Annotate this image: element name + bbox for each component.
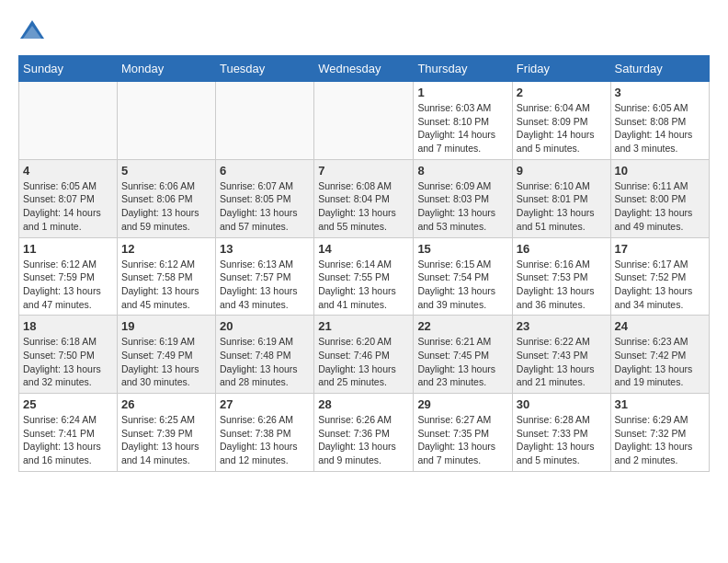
calendar-day-cell: 27Sunrise: 6:26 AM Sunset: 7:38 PM Dayli… bbox=[215, 394, 313, 472]
calendar-day-cell: 19Sunrise: 6:19 AM Sunset: 7:49 PM Dayli… bbox=[117, 316, 215, 394]
day-detail: Sunrise: 6:15 AM Sunset: 7:54 PM Dayligh… bbox=[417, 258, 507, 312]
weekday-header-row: SundayMondayTuesdayWednesdayThursdayFrid… bbox=[19, 56, 710, 82]
calendar-day-cell: 14Sunrise: 6:14 AM Sunset: 7:55 PM Dayli… bbox=[314, 237, 414, 316]
day-number: 4 bbox=[23, 164, 113, 178]
day-detail: Sunrise: 6:08 AM Sunset: 8:04 PM Dayligh… bbox=[318, 179, 409, 234]
day-detail: Sunrise: 6:04 AM Sunset: 8:09 PM Dayligh… bbox=[517, 101, 607, 155]
calendar-day-cell: 15Sunrise: 6:15 AM Sunset: 7:54 PM Dayli… bbox=[414, 237, 512, 316]
day-number: 18 bbox=[23, 319, 113, 333]
day-detail: Sunrise: 6:21 AM Sunset: 7:45 PM Dayligh… bbox=[417, 335, 507, 389]
day-number: 3 bbox=[615, 86, 705, 99]
day-detail: Sunrise: 6:23 AM Sunset: 7:42 PM Dayligh… bbox=[615, 335, 705, 389]
day-number: 13 bbox=[220, 242, 310, 256]
calendar-day-cell: 6Sunrise: 6:07 AM Sunset: 8:05 PM Daylig… bbox=[215, 159, 313, 237]
day-detail: Sunrise: 6:10 AM Sunset: 8:01 PM Dayligh… bbox=[517, 179, 607, 234]
day-detail: Sunrise: 6:18 AM Sunset: 7:50 PM Dayligh… bbox=[23, 335, 113, 389]
day-detail: Sunrise: 6:26 AM Sunset: 7:38 PM Dayligh… bbox=[220, 413, 310, 467]
day-number: 17 bbox=[615, 242, 705, 256]
day-detail: Sunrise: 6:25 AM Sunset: 7:39 PM Dayligh… bbox=[121, 413, 211, 467]
day-number: 1 bbox=[417, 86, 507, 99]
day-detail: Sunrise: 6:19 AM Sunset: 7:48 PM Dayligh… bbox=[220, 335, 310, 389]
weekday-header: Tuesday bbox=[215, 56, 313, 82]
day-number: 25 bbox=[23, 397, 113, 411]
calendar-day-cell bbox=[215, 82, 313, 160]
weekday-header: Saturday bbox=[610, 56, 709, 82]
day-number: 24 bbox=[615, 319, 705, 333]
day-number: 20 bbox=[220, 319, 310, 333]
calendar-day-cell: 12Sunrise: 6:12 AM Sunset: 7:58 PM Dayli… bbox=[117, 237, 215, 316]
day-number: 21 bbox=[318, 319, 409, 333]
calendar-day-cell: 21Sunrise: 6:20 AM Sunset: 7:46 PM Dayli… bbox=[314, 316, 414, 394]
day-number: 6 bbox=[220, 164, 310, 178]
calendar-day-cell: 2Sunrise: 6:04 AM Sunset: 8:09 PM Daylig… bbox=[512, 82, 610, 160]
calendar-day-cell: 23Sunrise: 6:22 AM Sunset: 7:43 PM Dayli… bbox=[512, 316, 610, 394]
day-number: 23 bbox=[517, 319, 607, 333]
day-number: 11 bbox=[23, 242, 113, 256]
calendar-day-cell: 3Sunrise: 6:05 AM Sunset: 8:08 PM Daylig… bbox=[610, 82, 709, 160]
day-detail: Sunrise: 6:12 AM Sunset: 7:58 PM Dayligh… bbox=[121, 258, 211, 312]
logo-icon bbox=[18, 18, 46, 46]
day-detail: Sunrise: 6:14 AM Sunset: 7:55 PM Dayligh… bbox=[318, 258, 409, 312]
calendar-day-cell bbox=[314, 82, 414, 160]
day-detail: Sunrise: 6:22 AM Sunset: 7:43 PM Dayligh… bbox=[517, 335, 607, 389]
calendar-day-cell: 16Sunrise: 6:16 AM Sunset: 7:53 PM Dayli… bbox=[512, 237, 610, 316]
day-detail: Sunrise: 6:24 AM Sunset: 7:41 PM Dayligh… bbox=[23, 413, 113, 467]
day-detail: Sunrise: 6:12 AM Sunset: 7:59 PM Dayligh… bbox=[23, 258, 113, 312]
day-number: 15 bbox=[417, 242, 507, 256]
day-number: 2 bbox=[517, 86, 607, 99]
calendar-day-cell: 22Sunrise: 6:21 AM Sunset: 7:45 PM Dayli… bbox=[414, 316, 512, 394]
day-detail: Sunrise: 6:09 AM Sunset: 8:03 PM Dayligh… bbox=[417, 179, 507, 234]
calendar-day-cell: 28Sunrise: 6:26 AM Sunset: 7:36 PM Dayli… bbox=[314, 394, 414, 472]
day-number: 5 bbox=[121, 164, 211, 178]
day-detail: Sunrise: 6:03 AM Sunset: 8:10 PM Dayligh… bbox=[417, 101, 507, 155]
calendar-week-row: 4Sunrise: 6:05 AM Sunset: 8:07 PM Daylig… bbox=[19, 159, 710, 237]
day-number: 26 bbox=[121, 397, 211, 411]
calendar-day-cell: 20Sunrise: 6:19 AM Sunset: 7:48 PM Dayli… bbox=[215, 316, 313, 394]
calendar-day-cell: 18Sunrise: 6:18 AM Sunset: 7:50 PM Dayli… bbox=[19, 316, 118, 394]
calendar-day-cell: 11Sunrise: 6:12 AM Sunset: 7:59 PM Dayli… bbox=[19, 237, 118, 316]
weekday-header: Thursday bbox=[414, 56, 512, 82]
day-number: 7 bbox=[318, 164, 409, 178]
day-detail: Sunrise: 6:28 AM Sunset: 7:33 PM Dayligh… bbox=[517, 413, 607, 467]
calendar-week-row: 11Sunrise: 6:12 AM Sunset: 7:59 PM Dayli… bbox=[19, 237, 710, 316]
day-detail: Sunrise: 6:17 AM Sunset: 7:52 PM Dayligh… bbox=[615, 258, 705, 312]
calendar-week-row: 25Sunrise: 6:24 AM Sunset: 7:41 PM Dayli… bbox=[19, 394, 710, 472]
calendar-week-row: 1Sunrise: 6:03 AM Sunset: 8:10 PM Daylig… bbox=[19, 82, 710, 160]
calendar-day-cell: 10Sunrise: 6:11 AM Sunset: 8:00 PM Dayli… bbox=[610, 159, 709, 237]
day-detail: Sunrise: 6:05 AM Sunset: 8:08 PM Dayligh… bbox=[615, 101, 705, 155]
calendar-day-cell bbox=[117, 82, 215, 160]
calendar-day-cell: 24Sunrise: 6:23 AM Sunset: 7:42 PM Dayli… bbox=[610, 316, 709, 394]
calendar-day-cell: 5Sunrise: 6:06 AM Sunset: 8:06 PM Daylig… bbox=[117, 159, 215, 237]
day-number: 12 bbox=[121, 242, 211, 256]
day-detail: Sunrise: 6:16 AM Sunset: 7:53 PM Dayligh… bbox=[517, 258, 607, 312]
calendar-day-cell: 7Sunrise: 6:08 AM Sunset: 8:04 PM Daylig… bbox=[314, 159, 414, 237]
day-detail: Sunrise: 6:11 AM Sunset: 8:00 PM Dayligh… bbox=[615, 179, 705, 234]
calendar-day-cell: 9Sunrise: 6:10 AM Sunset: 8:01 PM Daylig… bbox=[512, 159, 610, 237]
calendar-day-cell: 30Sunrise: 6:28 AM Sunset: 7:33 PM Dayli… bbox=[512, 394, 610, 472]
calendar-week-row: 18Sunrise: 6:18 AM Sunset: 7:50 PM Dayli… bbox=[19, 316, 710, 394]
calendar-day-cell: 29Sunrise: 6:27 AM Sunset: 7:35 PM Dayli… bbox=[414, 394, 512, 472]
day-number: 28 bbox=[318, 397, 409, 411]
calendar-day-cell: 26Sunrise: 6:25 AM Sunset: 7:39 PM Dayli… bbox=[117, 394, 215, 472]
calendar: SundayMondayTuesdayWednesdayThursdayFrid… bbox=[18, 55, 710, 472]
day-number: 8 bbox=[417, 164, 507, 178]
calendar-day-cell: 31Sunrise: 6:29 AM Sunset: 7:32 PM Dayli… bbox=[610, 394, 709, 472]
day-number: 27 bbox=[220, 397, 310, 411]
calendar-day-cell: 4Sunrise: 6:05 AM Sunset: 8:07 PM Daylig… bbox=[19, 159, 118, 237]
calendar-day-cell: 1Sunrise: 6:03 AM Sunset: 8:10 PM Daylig… bbox=[414, 82, 512, 160]
weekday-header: Sunday bbox=[19, 56, 118, 82]
calendar-day-cell: 8Sunrise: 6:09 AM Sunset: 8:03 PM Daylig… bbox=[414, 159, 512, 237]
day-number: 10 bbox=[615, 164, 705, 178]
day-number: 19 bbox=[121, 319, 211, 333]
day-number: 30 bbox=[517, 397, 607, 411]
day-detail: Sunrise: 6:29 AM Sunset: 7:32 PM Dayligh… bbox=[615, 413, 705, 467]
calendar-day-cell bbox=[19, 82, 118, 160]
page-header bbox=[18, 18, 710, 46]
calendar-day-cell: 25Sunrise: 6:24 AM Sunset: 7:41 PM Dayli… bbox=[19, 394, 118, 472]
day-number: 9 bbox=[517, 164, 607, 178]
day-detail: Sunrise: 6:07 AM Sunset: 8:05 PM Dayligh… bbox=[220, 179, 310, 234]
day-detail: Sunrise: 6:19 AM Sunset: 7:49 PM Dayligh… bbox=[121, 335, 211, 389]
day-number: 31 bbox=[615, 397, 705, 411]
calendar-day-cell: 17Sunrise: 6:17 AM Sunset: 7:52 PM Dayli… bbox=[610, 237, 709, 316]
day-detail: Sunrise: 6:20 AM Sunset: 7:46 PM Dayligh… bbox=[318, 335, 409, 389]
